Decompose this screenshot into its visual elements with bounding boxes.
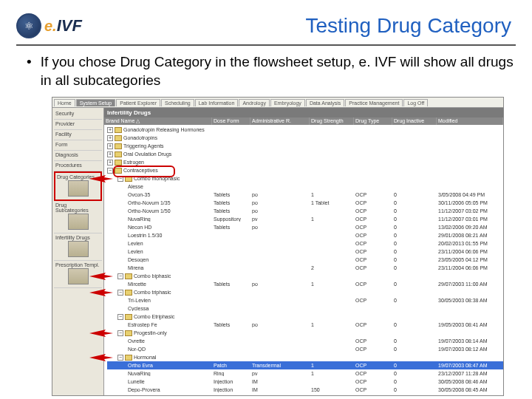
tab-data-analysis[interactable]: Data Analysis	[306, 99, 344, 106]
node-label: Gonadotropins	[123, 135, 157, 140]
cell: 29/01/2008 08:21 AM	[437, 233, 503, 238]
table-row[interactable]: Nor-QDOCP019/07/2003 08:12 AM	[107, 345, 503, 353]
tab-lab-information[interactable]: Lab Information	[195, 99, 239, 106]
column-header[interactable]: Brand Name △	[104, 117, 212, 125]
cell: OCP	[354, 363, 392, 368]
table-row[interactable]: Loestrin 1.5/30OCP029/01/2008 08:21 AM	[107, 231, 503, 239]
sidebar-item-drug-subcategories[interactable]: Drug Subcategories	[54, 201, 102, 233]
tab-andrology[interactable]: Andrology	[239, 99, 270, 106]
column-header[interactable]: Modified	[437, 117, 503, 125]
cell: 30/05/2003 08:38 AM	[437, 298, 503, 303]
minus-icon[interactable]: −	[117, 355, 123, 361]
cell: 19/07/2003 08:12 AM	[437, 347, 503, 352]
folder-icon	[115, 135, 122, 141]
slide-header: ⚛ e.IVF Testing Drug Category	[16, 7, 516, 46]
minus-icon[interactable]: −	[117, 330, 123, 336]
cell: 0	[392, 371, 437, 376]
minus-icon[interactable]: −	[117, 273, 123, 279]
tab-scheduling[interactable]: Scheduling	[161, 99, 194, 106]
tree-node[interactable]: −Combo biphasic	[107, 272, 503, 280]
tree-grid: +Gonadotropin Releasing Hormones+Gonadot…	[104, 125, 503, 395]
tree-node[interactable]: −Progestin-only	[107, 329, 503, 337]
table-row[interactable]: Ortho-Novum 1/35Tabletspo1 TabletOCP030/…	[107, 199, 503, 207]
cell: 30/05/2008 08:45 AM	[437, 387, 503, 392]
logo-ivf: IVF	[57, 16, 82, 35]
sidebar-item-form[interactable]: Form	[54, 140, 102, 151]
cell: OCP	[354, 192, 392, 197]
table-row[interactable]: Tri-LevlenOCP030/05/2003 08:38 AM	[107, 296, 503, 304]
tree-node[interactable]: −Combo Etriphasic	[107, 313, 503, 321]
cell: Ovcon-35	[107, 192, 212, 197]
tree-node[interactable]: −Combo triphasic	[107, 288, 503, 296]
cell: 0	[392, 379, 437, 384]
logo-e: e.	[44, 18, 57, 34]
table-row[interactable]: Ortho EvraPatchTransdermal1OCP019/07/200…	[107, 361, 503, 369]
cell: 0	[392, 216, 437, 222]
cell: Injection	[212, 387, 250, 392]
tree-node[interactable]: +Triggering Agents	[107, 142, 503, 150]
plus-icon[interactable]: +	[107, 151, 113, 157]
folder-icon	[125, 355, 132, 361]
table-row[interactable]: NuvaRingRingpv1OCP023/12/2007 11:28 AM	[107, 369, 503, 378]
table-row[interactable]: Cyclessa	[107, 304, 503, 313]
table-row[interactable]: Alesse	[107, 183, 503, 191]
column-header[interactable]: Drug Inactive	[392, 117, 437, 125]
cell: OCP	[354, 265, 392, 270]
sidebar-item-provider[interactable]: Provider	[54, 120, 102, 130]
sidebar-item-diagnosis[interactable]: Diagnosis	[54, 151, 102, 161]
cell: 30/11/2006 05:05 PM	[437, 200, 503, 205]
table-row[interactable]: Necon HDTabletspoOCP013/02/2006 09:20 AM	[107, 223, 503, 231]
table-row[interactable]: NuvaRingSuppositorypv1OCP011/12/2007 03:…	[107, 215, 503, 223]
panel-title: Infertility Drugs	[104, 108, 503, 117]
minus-icon[interactable]: −	[117, 290, 123, 296]
table-row[interactable]: Mirena2OCP023/11/2004 06:06 PM	[107, 264, 503, 272]
table-row[interactable]: Ortho-Novum 1/50TabletspoOCP011/12/2007 …	[107, 207, 503, 215]
tree-node[interactable]: +Oral Ovulation Drugs	[107, 150, 503, 158]
sidebar-item-prescription-templ-[interactable]: Prescription Templ.	[54, 261, 102, 288]
cell: OCP	[354, 257, 392, 262]
column-header[interactable]: Administrative R.	[250, 117, 310, 125]
tab-practice-management[interactable]: Practice Management	[345, 99, 403, 106]
table-row[interactable]: DesogenOCP023/05/2005 04:12 PM	[107, 256, 503, 264]
table-row[interactable]: LevlenOCP020/02/2013 01:55 PM	[107, 239, 503, 248]
minus-icon[interactable]: −	[107, 168, 113, 174]
plus-icon[interactable]: +	[107, 135, 113, 141]
plus-icon[interactable]: +	[107, 143, 113, 149]
tree-node[interactable]: +Gonadotropin Releasing Hormones	[107, 126, 503, 134]
node-label: Triggering Agents	[123, 143, 164, 149]
cell: Lunelle	[107, 379, 212, 384]
tab-log-off[interactable]: Log Off	[403, 99, 428, 106]
sidebar-item-drug-categories[interactable]: Drug Categories	[54, 171, 102, 201]
tab-embryology[interactable]: Embryology	[270, 99, 305, 106]
folder-icon	[115, 143, 122, 149]
table-row[interactable]: LevlenOCP023/11/2004 06:06 PM	[107, 248, 503, 256]
cell: 0	[392, 387, 437, 392]
plus-icon[interactable]: +	[107, 127, 113, 133]
sidebar-item-facility[interactable]: Facility	[54, 130, 102, 140]
table-row[interactable]: OvretteOCP019/07/2003 08:14 AM	[107, 337, 503, 345]
column-header[interactable]: Drug Strength	[310, 117, 354, 125]
table-row[interactable]: Estrostep FeTabletspo1OCP019/05/2003 08:…	[107, 321, 503, 329]
sidebar: SecurityProviderFacilityFormDiagnosisPro…	[52, 108, 104, 395]
plus-icon[interactable]: +	[107, 160, 113, 166]
table-row[interactable]: Depo-ProveraInjectionIM150OCP030/05/2008…	[107, 386, 503, 394]
tree-node[interactable]: −Hormonal	[107, 353, 503, 361]
tab-system-setup[interactable]: System Setup	[76, 99, 116, 106]
tree-node[interactable]: +Gonadotropins	[107, 134, 503, 142]
cell: 23/11/2004 06:06 PM	[437, 249, 503, 254]
sidebar-item-procedures[interactable]: Procedures	[54, 161, 102, 171]
sidebar-item-infertility-drugs[interactable]: Infertility Drugs	[54, 233, 102, 261]
tree-node[interactable]: −Contraceptives	[107, 166, 503, 174]
sidebar-item-security[interactable]: Security	[54, 109, 102, 120]
table-row[interactable]: Ovcon-35Tabletspo1OCP03/05/2008 04:49 PM	[107, 191, 503, 199]
cell: OCP	[354, 249, 392, 254]
table-row[interactable]: MircetteTabletspo1OCP029/07/2003 11:00 A…	[107, 280, 503, 288]
tab-patient-explorer[interactable]: Patient Explorer	[116, 99, 160, 106]
cell: po	[250, 192, 310, 197]
column-header[interactable]: Drug Type	[354, 117, 392, 125]
column-header[interactable]: Dose Form	[212, 117, 250, 125]
table-row[interactable]: LunelleInjectionIMOCP030/05/2008 08:46 A…	[107, 378, 503, 386]
cell: 0	[392, 265, 437, 270]
tab-home[interactable]: Home	[54, 99, 75, 106]
minus-icon[interactable]: −	[117, 314, 123, 320]
